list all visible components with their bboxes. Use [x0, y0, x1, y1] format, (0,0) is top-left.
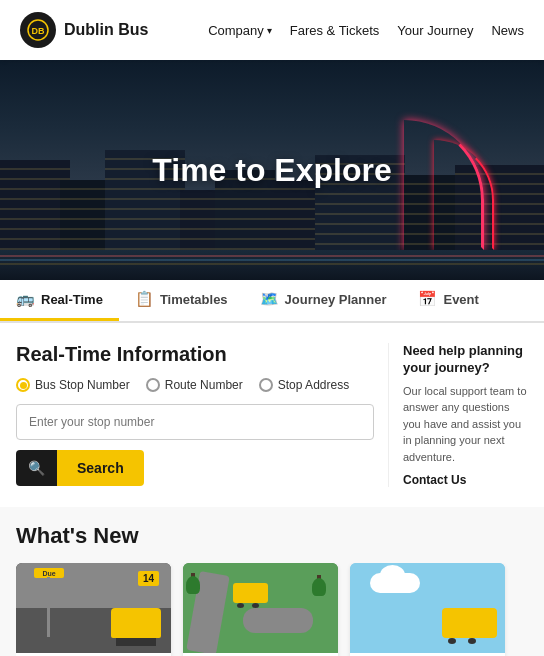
route-number-badge: 14 — [138, 571, 159, 586]
radio-circle-stop — [16, 378, 30, 392]
nav-journey[interactable]: Your Journey — [397, 23, 473, 38]
card-3-image — [350, 563, 505, 653]
tree-1 — [191, 573, 200, 594]
tab-event[interactable]: 📅 Event — [402, 280, 494, 321]
logo-area: DB Dublin Bus — [20, 12, 148, 48]
search-button[interactable]: Search — [57, 450, 144, 486]
realtime-panel: Real-Time Information Bus Stop Number Ro… — [16, 343, 374, 487]
hero-banner: Time to Explore — [0, 60, 544, 280]
bus-illustration — [111, 608, 161, 638]
cloud-shape — [370, 573, 420, 593]
tab-timetables[interactable]: 📋 Timetables — [119, 280, 244, 321]
search-row: 🔍 Search — [16, 450, 374, 486]
radio-circle-address — [259, 378, 273, 392]
tab-journey-planner[interactable]: 🗺️ Journey Planner — [244, 280, 403, 321]
card-2-image — [183, 563, 338, 653]
help-panel: Need help planning your journey? Our loc… — [388, 343, 528, 487]
map-icon: 🗺️ — [260, 290, 279, 308]
help-text: Our local support team to answer any que… — [403, 383, 528, 466]
help-title: Need help planning your journey? — [403, 343, 528, 377]
chevron-down-icon: ▾ — [267, 25, 272, 36]
timetable-icon: 📋 — [135, 290, 154, 308]
bus-card3 — [442, 608, 497, 638]
radio-route-number[interactable]: Route Number — [146, 378, 243, 392]
panel-title: Real-Time Information — [16, 343, 374, 366]
road-path-2 — [243, 608, 313, 633]
logo-text: Dublin Bus — [64, 21, 148, 39]
main-nav: Company ▾ Fares & Tickets Your Journey N… — [208, 23, 524, 38]
stop-pole — [47, 577, 50, 637]
main-content: Real-Time Information Bus Stop Number Ro… — [0, 323, 544, 507]
bus-icon: 🚌 — [16, 290, 35, 308]
whats-new-section: What's New Due 14 Revised Timetables fro… — [0, 507, 544, 656]
bus-small — [233, 583, 268, 603]
radio-circle-route — [146, 378, 160, 392]
svg-text:DB: DB — [32, 26, 45, 36]
tabs-row: 🚌 Real-Time 📋 Timetables 🗺️ Journey Plan… — [0, 280, 544, 323]
event-icon: 📅 — [418, 290, 437, 308]
contact-us-link[interactable]: Contact Us — [403, 473, 528, 487]
header: DB Dublin Bus Company ▾ Fares & Tickets … — [0, 0, 544, 60]
card-2: Revised Routing on Route 25n from 2 Nove… — [183, 563, 338, 656]
tree-2 — [317, 575, 326, 596]
tab-realtime[interactable]: 🚌 Real-Time — [0, 280, 119, 321]
nav-news[interactable]: News — [491, 23, 524, 38]
nav-fares[interactable]: Fares & Tickets — [290, 23, 380, 38]
radio-stop-address[interactable]: Stop Address — [259, 378, 349, 392]
card-1-image: Due 14 — [16, 563, 171, 653]
whats-new-title: What's New — [16, 523, 528, 549]
cards-row: Due 14 Revised Timetables from 13 Decemb… — [16, 563, 528, 656]
card-3: Second Phase of Network to launch Read M… — [350, 563, 505, 656]
hero-title: Time to Explore — [152, 152, 391, 189]
nav-company[interactable]: Company ▾ — [208, 23, 272, 38]
stop-number-input[interactable] — [16, 404, 374, 440]
logo-icon: DB — [20, 12, 56, 48]
card-1: Due 14 Revised Timetables from 13 Decemb… — [16, 563, 171, 656]
search-icon-button[interactable]: 🔍 — [16, 450, 57, 486]
radio-group: Bus Stop Number Route Number Stop Addres… — [16, 378, 374, 392]
radio-stop-number[interactable]: Bus Stop Number — [16, 378, 130, 392]
